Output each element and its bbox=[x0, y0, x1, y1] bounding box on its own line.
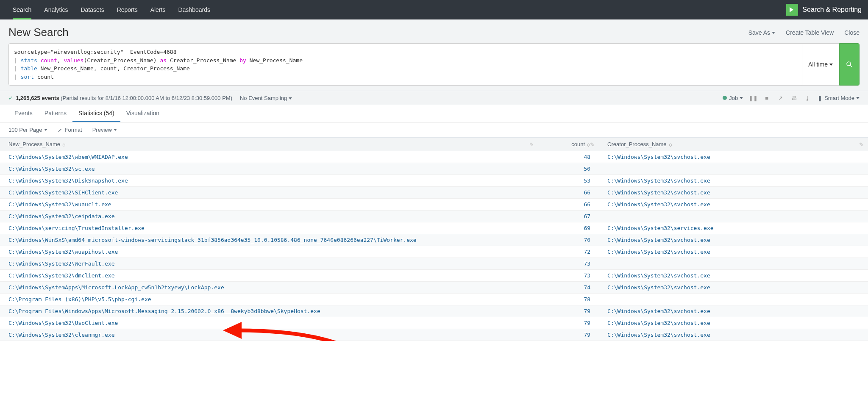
close-button[interactable]: Close bbox=[844, 29, 860, 36]
cell-creator-process[interactable]: C:\Windows\System32\svchost.exe bbox=[599, 187, 868, 199]
pause-icon[interactable]: ❚❚ bbox=[750, 94, 757, 101]
cell-new-process[interactable]: C:\Windows\servicing\TrustedInstaller.ex… bbox=[0, 222, 538, 234]
save-as-button[interactable]: Save As bbox=[748, 29, 775, 36]
chevron-down-icon bbox=[856, 97, 860, 99]
cell-creator-process[interactable]: C:\Windows\System32\svchost.exe bbox=[599, 282, 868, 294]
app-title: Search & Reporting bbox=[802, 6, 862, 14]
cell-count[interactable]: 78 bbox=[538, 294, 599, 305]
pencil-icon[interactable]: ✎ bbox=[529, 141, 534, 147]
cell-count[interactable]: 53 bbox=[538, 175, 599, 187]
cell-count[interactable]: 50 bbox=[538, 163, 599, 175]
cell-count[interactable]: 79 bbox=[538, 305, 599, 317]
cell-count[interactable]: 73 bbox=[538, 258, 599, 270]
cell-count[interactable]: 66 bbox=[538, 199, 599, 211]
pencil-icon[interactable]: ✎ bbox=[859, 141, 864, 147]
cell-count[interactable]: 67 bbox=[538, 211, 599, 222]
event-sampling-dropdown[interactable]: No Event Sampling bbox=[240, 95, 292, 101]
column-header-creator-process[interactable]: Creator_Process_Name◇✎ bbox=[599, 138, 868, 151]
per-page-dropdown[interactable]: 100 Per Page bbox=[8, 127, 47, 133]
table-row: C:\Windows\System32\dmclient.exe73C:\Win… bbox=[0, 270, 868, 282]
column-header-new-process[interactable]: New_Process_Name◇✎ bbox=[0, 138, 538, 151]
tab-patterns[interactable]: Patterns bbox=[39, 105, 72, 122]
sort-icon: ◇ bbox=[669, 142, 672, 147]
cell-new-process[interactable]: C:\Program Files (x86)\PHP\v5.5\php-cgi.… bbox=[0, 294, 538, 305]
nav-item-dashboards[interactable]: Dashboards bbox=[172, 0, 217, 19]
cell-count[interactable]: 79 bbox=[538, 329, 599, 341]
nav-item-analytics[interactable]: Analytics bbox=[38, 0, 74, 19]
cell-count[interactable]: 66 bbox=[538, 187, 599, 199]
cell-creator-process[interactable] bbox=[599, 294, 868, 305]
cell-count[interactable]: 69 bbox=[538, 222, 599, 234]
cell-new-process[interactable]: C:\Windows\WinSxS\amd64_microsoft-window… bbox=[0, 234, 538, 246]
print-icon[interactable]: 🖶 bbox=[790, 94, 797, 101]
cell-creator-process[interactable] bbox=[599, 163, 868, 175]
cell-count[interactable]: 74 bbox=[538, 282, 599, 294]
cell-creator-process[interactable] bbox=[599, 258, 868, 270]
cell-new-process[interactable]: C:\Windows\System32\UsoClient.exe bbox=[0, 317, 538, 329]
cell-creator-process[interactable] bbox=[599, 211, 868, 222]
app-logo-icon bbox=[786, 4, 798, 16]
pencil-icon[interactable]: ✎ bbox=[590, 141, 595, 147]
nav-item-search[interactable]: Search bbox=[6, 0, 38, 19]
tab-statistics[interactable]: Statistics (54) bbox=[72, 105, 120, 122]
cell-new-process[interactable]: C:\Windows\System32\dmclient.exe bbox=[0, 270, 538, 282]
cell-creator-process[interactable]: C:\Windows\System32\svchost.exe bbox=[599, 305, 868, 317]
cell-new-process[interactable]: C:\Windows\System32\sc.exe bbox=[0, 163, 538, 175]
cell-new-process[interactable]: C:\Windows\System32\cleanmgr.exe bbox=[0, 329, 538, 341]
status-bar: ✓ 1,265,625 events (Partial results for … bbox=[0, 91, 868, 105]
svg-line-1 bbox=[850, 65, 852, 67]
table-row: C:\Windows\System32\cleanmgr.exe79C:\Win… bbox=[0, 329, 868, 341]
tab-events[interactable]: Events bbox=[8, 105, 39, 122]
cell-new-process[interactable]: C:\Windows\SystemApps\Microsoft.LockApp_… bbox=[0, 282, 538, 294]
cell-creator-process[interactable]: C:\Windows\System32\services.exe bbox=[599, 222, 868, 234]
chevron-down-icon bbox=[114, 129, 117, 131]
stop-icon[interactable]: ■ bbox=[763, 94, 770, 101]
cell-creator-process[interactable]: C:\Windows\System32\svchost.exe bbox=[599, 246, 868, 258]
top-nav: SearchAnalyticsDatasetsReportsAlertsDash… bbox=[0, 0, 868, 19]
cell-count[interactable]: 79 bbox=[538, 317, 599, 329]
format-button[interactable]: Format bbox=[58, 127, 82, 133]
cell-count[interactable]: 72 bbox=[538, 246, 599, 258]
nav-item-alerts[interactable]: Alerts bbox=[144, 0, 172, 19]
share-icon[interactable]: ↗ bbox=[777, 94, 784, 101]
search-input[interactable]: sourcetype="wineventlog:security" EventC… bbox=[8, 43, 802, 86]
cell-new-process[interactable]: C:\Program Files\WindowsApps\Microsoft.M… bbox=[0, 305, 538, 317]
cell-creator-process[interactable]: C:\Windows\System32\svchost.exe bbox=[599, 199, 868, 211]
cell-creator-process[interactable]: C:\Windows\System32\svchost.exe bbox=[599, 175, 868, 187]
check-icon: ✓ bbox=[8, 95, 13, 101]
cell-new-process[interactable]: C:\Windows\System32\wuauclt.exe bbox=[0, 199, 538, 211]
pencil-icon bbox=[58, 127, 63, 133]
time-range-picker[interactable]: All time bbox=[802, 43, 839, 86]
cell-new-process[interactable]: C:\Windows\System32\wuapihost.exe bbox=[0, 246, 538, 258]
nav-item-datasets[interactable]: Datasets bbox=[74, 0, 110, 19]
search-mode-dropdown[interactable]: ❚Smart Mode bbox=[818, 95, 860, 101]
cell-new-process[interactable]: C:\Windows\System32\wbem\WMIADAP.exe bbox=[0, 151, 538, 163]
cell-new-process[interactable]: C:\Windows\System32\DiskSnapshot.exe bbox=[0, 175, 538, 187]
cell-count[interactable]: 70 bbox=[538, 234, 599, 246]
tab-visualization[interactable]: Visualization bbox=[120, 105, 165, 122]
cell-count[interactable]: 73 bbox=[538, 270, 599, 282]
cell-new-process[interactable]: C:\Windows\System32\ceipdata.exe bbox=[0, 211, 538, 222]
search-button[interactable] bbox=[839, 43, 860, 86]
job-dropdown[interactable]: Job bbox=[723, 95, 743, 101]
result-tabs: Events Patterns Statistics (54) Visualiz… bbox=[0, 105, 868, 122]
column-header-count[interactable]: count◇✎ bbox=[538, 138, 599, 151]
nav-item-reports[interactable]: Reports bbox=[111, 0, 144, 19]
table-row: C:\Windows\WinSxS\amd64_microsoft-window… bbox=[0, 234, 868, 246]
cell-new-process[interactable]: C:\Windows\System32\WerFault.exe bbox=[0, 258, 538, 270]
preview-dropdown[interactable]: Preview bbox=[92, 127, 117, 133]
cell-new-process[interactable]: C:\Windows\System32\SIHClient.exe bbox=[0, 187, 538, 199]
cell-count[interactable]: 48 bbox=[538, 151, 599, 163]
download-icon[interactable]: ⭳ bbox=[804, 94, 811, 101]
cell-creator-process[interactable]: C:\Windows\System32\svchost.exe bbox=[599, 329, 868, 341]
table-row: C:\Windows\System32\DiskSnapshot.exe53C:… bbox=[0, 175, 868, 187]
table-row: C:\Windows\servicing\TrustedInstaller.ex… bbox=[0, 222, 868, 234]
results-table: New_Process_Name◇✎ count◇✎ Creator_Proce… bbox=[0, 137, 868, 341]
table-row: C:\Windows\System32\ceipdata.exe67 bbox=[0, 211, 868, 222]
table-row: C:\Windows\SystemApps\Microsoft.LockApp_… bbox=[0, 282, 868, 294]
cell-creator-process[interactable]: C:\Windows\System32\svchost.exe bbox=[599, 151, 868, 163]
create-table-view-button[interactable]: Create Table View bbox=[786, 29, 834, 36]
cell-creator-process[interactable]: C:\Windows\System32\svchost.exe bbox=[599, 234, 868, 246]
cell-creator-process[interactable]: C:\Windows\System32\svchost.exe bbox=[599, 270, 868, 282]
cell-creator-process[interactable]: C:\Windows\System32\svchost.exe bbox=[599, 317, 868, 329]
